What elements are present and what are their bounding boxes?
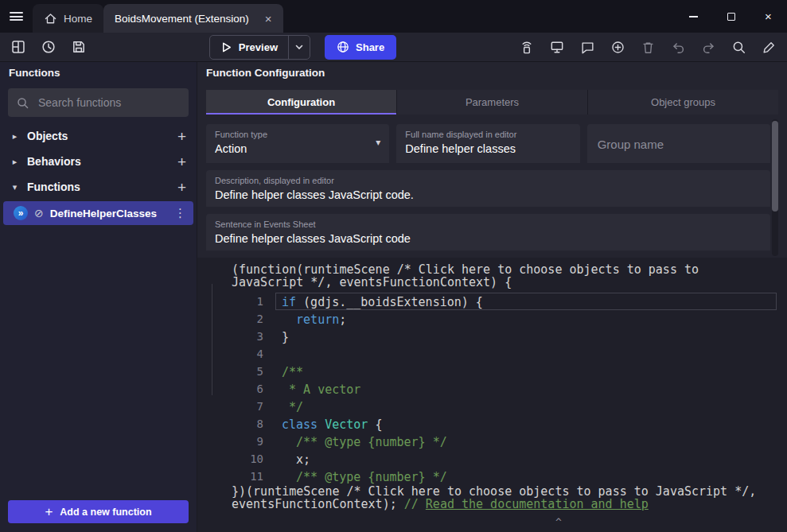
theme-pen-icon	[762, 40, 777, 55]
sidebar-title: Functions	[0, 62, 197, 83]
toolbar-center-group: Preview Share	[209, 35, 396, 60]
undo-button[interactable]	[666, 35, 690, 59]
full-name-field[interactable]: Full name displayed in editor Define hel…	[396, 124, 579, 163]
panel-title: Function Configuration	[197, 62, 787, 83]
code-token: Vector	[325, 417, 368, 432]
line-content[interactable]: /**	[275, 363, 777, 380]
search-functions-input[interactable]	[37, 95, 181, 110]
add-object-icon[interactable]: +	[177, 129, 186, 144]
function-item-definehelperclasses[interactable]: » ⊘ DefineHelperClasses ⋮	[3, 201, 193, 225]
tree-section-objects[interactable]: ▸ Objects +	[0, 123, 197, 149]
search-icon	[731, 40, 746, 55]
line-content[interactable]: class Vector {	[275, 415, 777, 433]
private-function-icon: ⊘	[34, 207, 44, 219]
item-menu-icon[interactable]: ⋮	[174, 206, 186, 220]
history-button[interactable]	[37, 35, 60, 59]
sentence-label: Sentence in Events Sheet	[215, 219, 762, 229]
undo-icon	[671, 40, 686, 55]
redo-button[interactable]	[696, 35, 720, 59]
minimize-icon	[689, 16, 698, 17]
close-window-button[interactable]: ×	[750, 0, 787, 33]
tab-configuration[interactable]: Configuration	[206, 90, 397, 115]
code-line[interactable]: 10 x;	[197, 450, 787, 468]
line-content[interactable]: * A vector	[275, 380, 777, 398]
code-line[interactable]: 1if (gdjs.__boidsExtension) {	[197, 293, 787, 310]
code-line[interactable]: 4	[197, 345, 787, 363]
javascript-code-editor[interactable]: (function(runtimeScene /* Click here to …	[197, 258, 787, 532]
customize-button[interactable]	[757, 35, 781, 59]
code-line[interactable]: 2 return;	[197, 310, 787, 328]
sentence-field[interactable]: Sentence in Events Sheet Define helper c…	[206, 214, 770, 250]
code-line[interactable]: 7 */	[197, 398, 787, 415]
tab-object-groups[interactable]: Object groups	[588, 90, 778, 115]
line-content[interactable]: /** @type {number} */	[275, 433, 777, 450]
preview-button[interactable]: Preview	[210, 36, 288, 59]
line-content[interactable]: /** @type {number} */	[275, 468, 777, 485]
share-button[interactable]: Share	[325, 35, 396, 60]
description-value: Define helper classes JavaScript code.	[215, 188, 762, 201]
tab-parameters[interactable]: Parameters	[397, 90, 588, 115]
minimize-button[interactable]	[675, 0, 712, 33]
line-content[interactable]: }	[275, 328, 777, 345]
tree-section-behaviors[interactable]: ▸ Behaviors +	[0, 149, 197, 174]
preview-options-button[interactable]	[288, 36, 310, 59]
code-line[interactable]: 5/**	[197, 363, 787, 380]
delete-button[interactable]	[636, 35, 660, 59]
code-line[interactable]: 6 * A vector	[197, 380, 787, 398]
code-token: })(runtimeScene /* Click here to choose …	[232, 485, 756, 498]
add-function-icon[interactable]: +	[177, 180, 186, 195]
search-functions-box[interactable]	[8, 88, 189, 117]
code-token	[282, 313, 296, 327]
tab-home[interactable]: Home	[33, 4, 103, 33]
chevron-right-icon: ▸	[10, 157, 19, 167]
add-element-button[interactable]	[606, 35, 629, 59]
line-number: 2	[197, 310, 275, 328]
code-line[interactable]: 11 /** @type {number} */	[197, 468, 787, 485]
group-name-field[interactable]	[587, 124, 770, 163]
tab-extension[interactable]: BoidsMovement (Extension) ×	[103, 4, 283, 33]
remote-preview-button[interactable]	[545, 35, 569, 59]
code-zone-line[interactable]: (function(runtimeScene /* Click here to …	[232, 263, 776, 276]
maximize-button[interactable]	[712, 0, 750, 33]
add-new-function-button[interactable]: + Add a new function	[8, 500, 189, 523]
close-tab-icon[interactable]: ×	[265, 13, 272, 25]
form-scrollbar-thumb[interactable]	[772, 121, 778, 212]
full-name-label: Full name displayed in editor	[405, 130, 571, 139]
main-menu-button[interactable]	[0, 0, 32, 33]
home-icon	[44, 12, 57, 25]
form-scrollbar[interactable]	[772, 119, 778, 256]
line-content[interactable]: if (gdjs.__boidsExtension) {	[275, 293, 777, 310]
code-lines: 1if (gdjs.__boidsExtension) {2 return;3}…	[197, 293, 787, 485]
line-content[interactable]: x;	[275, 450, 777, 468]
save-button[interactable]	[67, 35, 91, 59]
add-behavior-icon[interactable]: +	[177, 154, 186, 169]
group-name-input[interactable]	[596, 137, 762, 152]
preview-split-button: Preview	[209, 35, 310, 60]
globe-icon	[337, 41, 349, 53]
line-content[interactable]: return;	[275, 310, 777, 328]
description-field[interactable]: Description, displayed in editor Define …	[206, 170, 770, 207]
plus-circle-icon	[610, 40, 625, 55]
feedback-button[interactable]	[575, 35, 599, 59]
configuration-form: Function type Action ▾ Full name display…	[197, 115, 787, 250]
line-content[interactable]	[275, 345, 777, 363]
toolbar-left-group	[6, 35, 91, 59]
code-line[interactable]: 8class Vector {	[197, 415, 787, 433]
line-content[interactable]: */	[275, 398, 777, 415]
code-zone-line[interactable]: })(runtimeScene /* Click here to choose …	[232, 485, 776, 498]
code-line[interactable]: 9 /** @type {number} */	[197, 433, 787, 450]
network-preview-button[interactable]	[515, 35, 539, 59]
editor-margin-line	[212, 284, 212, 395]
documentation-link[interactable]: Read the documentation and help	[426, 498, 649, 511]
search-button[interactable]	[727, 35, 750, 59]
add-new-function-label: Add a new function	[60, 507, 151, 518]
tree-section-functions[interactable]: ▾ Functions +	[0, 174, 197, 200]
network-preview-icon	[519, 39, 535, 55]
code-token	[282, 435, 296, 449]
layout-editors-button[interactable]	[6, 35, 30, 59]
code-token: JavaScript */, eventsFunctionContext) {	[232, 276, 512, 289]
function-type-select[interactable]: Function type Action ▾	[206, 124, 389, 163]
code-line[interactable]: 3}	[197, 328, 787, 345]
code-zone-line[interactable]: JavaScript */, eventsFunctionContext) {	[232, 276, 776, 289]
code-zone-line[interactable]: eventsFunctionContext); // Read the docu…	[232, 498, 776, 511]
